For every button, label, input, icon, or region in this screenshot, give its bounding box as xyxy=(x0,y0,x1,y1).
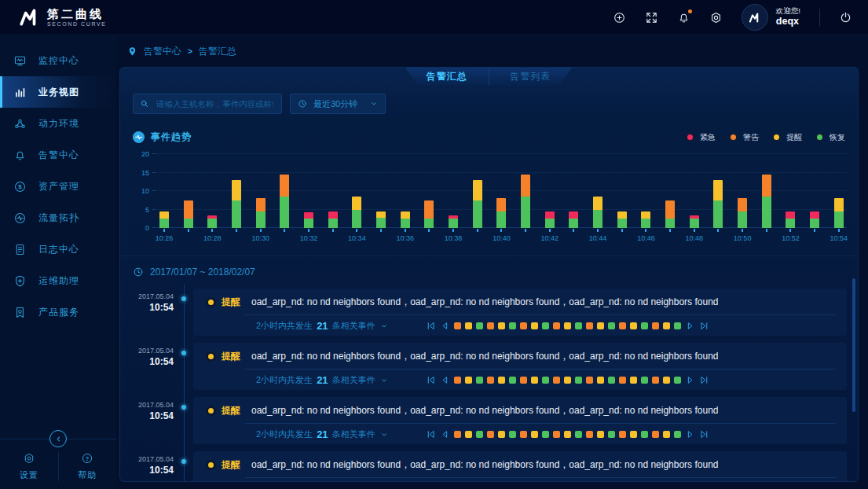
event-square-recovery[interactable] xyxy=(608,431,615,438)
next-icon[interactable] xyxy=(685,321,695,331)
event-square-notice[interactable] xyxy=(465,431,472,438)
fullscreen-icon[interactable] xyxy=(645,11,658,24)
event-square-warning[interactable] xyxy=(586,322,593,329)
sidebar-item-ops-assistant[interactable]: 运维助理 xyxy=(0,265,116,296)
event-square-notice[interactable] xyxy=(564,377,571,384)
event-square-recovery[interactable] xyxy=(509,377,516,384)
event-square-notice[interactable] xyxy=(531,377,538,384)
event-square-recovery[interactable] xyxy=(509,431,516,438)
time-range-select[interactable]: 最近30分钟 xyxy=(290,94,386,114)
event-square-recovery[interactable] xyxy=(608,377,615,384)
notifications-bell[interactable] xyxy=(677,11,690,24)
event-square-warning[interactable] xyxy=(487,377,494,384)
event-square-warning[interactable] xyxy=(520,322,527,329)
settings-gear-icon[interactable] xyxy=(709,11,723,24)
event-square-recovery[interactable] xyxy=(575,431,582,438)
related-events-toggle[interactable]: 2小时内共发生21条相关事件 xyxy=(256,320,388,332)
event-square-warning[interactable] xyxy=(553,377,560,384)
event-square-warning[interactable] xyxy=(586,377,593,384)
event-square-recovery[interactable] xyxy=(575,322,582,329)
event-square-recovery[interactable] xyxy=(476,431,483,438)
event-square-notice[interactable] xyxy=(630,377,637,384)
skip-end-icon[interactable] xyxy=(699,429,709,439)
event-square-notice[interactable] xyxy=(663,322,670,329)
event-square-recovery[interactable] xyxy=(509,322,516,329)
event-square-notice[interactable] xyxy=(531,322,538,329)
event-square-notice[interactable] xyxy=(597,322,604,329)
event-square-notice[interactable] xyxy=(564,431,571,438)
event-square-warning[interactable] xyxy=(619,322,626,329)
event-square-notice[interactable] xyxy=(531,431,538,438)
event-square-warning[interactable] xyxy=(487,322,494,329)
related-events-toggle[interactable]: 2小时内共发生21条相关事件 xyxy=(256,374,388,386)
sidebar-item-alert-center[interactable]: 告警中心 xyxy=(0,139,116,171)
event-square-recovery[interactable] xyxy=(641,431,648,438)
sidebar-collapse-button[interactable] xyxy=(49,430,67,447)
event-square-warning[interactable] xyxy=(553,431,560,438)
sidebar-item-log-center[interactable]: 日志中心 xyxy=(0,233,116,265)
event-square-recovery[interactable] xyxy=(641,322,648,329)
event-square-recovery[interactable] xyxy=(674,377,681,384)
event-square-recovery[interactable] xyxy=(674,322,681,329)
sidebar-item-power-environment[interactable]: 动力环境 xyxy=(0,108,116,139)
sidebar-item-traffic-topology[interactable]: 流量拓扑 xyxy=(0,202,116,233)
related-events-toggle[interactable]: 2小时内共发生21条相关事件 xyxy=(256,428,388,440)
event-square-recovery[interactable] xyxy=(476,377,483,384)
event-square-notice[interactable] xyxy=(663,377,670,384)
event-square-warning[interactable] xyxy=(454,322,461,329)
event-square-notice[interactable] xyxy=(498,377,505,384)
event-square-warning[interactable] xyxy=(652,377,659,384)
event-square-notice[interactable] xyxy=(498,322,505,329)
event-square-notice[interactable] xyxy=(465,322,472,329)
event-square-warning[interactable] xyxy=(619,431,626,438)
sidebar-item-business-view[interactable]: 业务视图 xyxy=(0,76,116,108)
event-square-recovery[interactable] xyxy=(542,322,549,329)
user-avatar[interactable] xyxy=(742,4,768,31)
event-square-warning[interactable] xyxy=(553,322,560,329)
event-square-notice[interactable] xyxy=(597,431,604,438)
event-square-warning[interactable] xyxy=(520,377,527,384)
skip-start-icon[interactable] xyxy=(426,429,436,439)
sidebar-item-monitor-center[interactable]: 监控中心 xyxy=(0,45,116,76)
skip-end-icon[interactable] xyxy=(699,321,709,331)
event-square-warning[interactable] xyxy=(652,322,659,329)
sidebar-help-button[interactable]: 帮助 xyxy=(59,452,117,481)
event-square-recovery[interactable] xyxy=(542,431,549,438)
next-icon[interactable] xyxy=(685,375,695,385)
breadcrumb-root[interactable]: 告警中心 xyxy=(144,45,181,58)
event-square-recovery[interactable] xyxy=(641,377,648,384)
event-square-recovery[interactable] xyxy=(674,431,681,438)
prev-icon[interactable] xyxy=(440,429,450,439)
event-square-notice[interactable] xyxy=(597,377,604,384)
search-input[interactable] xyxy=(155,98,275,109)
event-square-warning[interactable] xyxy=(586,431,593,438)
prev-icon[interactable] xyxy=(440,321,450,331)
event-square-warning[interactable] xyxy=(652,431,659,438)
skip-start-icon[interactable] xyxy=(426,375,436,385)
skip-start-icon[interactable] xyxy=(426,321,436,331)
next-icon[interactable] xyxy=(685,429,695,439)
event-square-warning[interactable] xyxy=(619,377,626,384)
event-square-notice[interactable] xyxy=(630,322,637,329)
event-square-warning[interactable] xyxy=(454,431,461,438)
tab-alert-summary[interactable]: 告警汇总 xyxy=(405,68,489,86)
sidebar-item-asset-management[interactable]: 资产管理 xyxy=(0,171,116,202)
tab-alert-list[interactable]: 告警列表 xyxy=(489,68,573,86)
event-square-notice[interactable] xyxy=(498,431,505,438)
event-square-warning[interactable] xyxy=(454,377,461,384)
event-square-recovery[interactable] xyxy=(608,322,615,329)
power-icon[interactable] xyxy=(839,11,852,24)
event-square-warning[interactable] xyxy=(520,431,527,438)
plus-circle-icon[interactable] xyxy=(613,11,626,24)
sidebar-settings-button[interactable]: 设置 xyxy=(0,452,58,481)
event-square-warning[interactable] xyxy=(487,431,494,438)
event-square-recovery[interactable] xyxy=(575,377,582,384)
event-square-notice[interactable] xyxy=(630,431,637,438)
event-square-notice[interactable] xyxy=(564,322,571,329)
event-square-recovery[interactable] xyxy=(476,322,483,329)
scrollbar-thumb[interactable] xyxy=(852,278,855,412)
prev-icon[interactable] xyxy=(440,375,450,385)
sidebar-item-product-services[interactable]: 产品服务 xyxy=(0,296,116,328)
event-square-recovery[interactable] xyxy=(542,377,549,384)
skip-end-icon[interactable] xyxy=(699,375,709,385)
